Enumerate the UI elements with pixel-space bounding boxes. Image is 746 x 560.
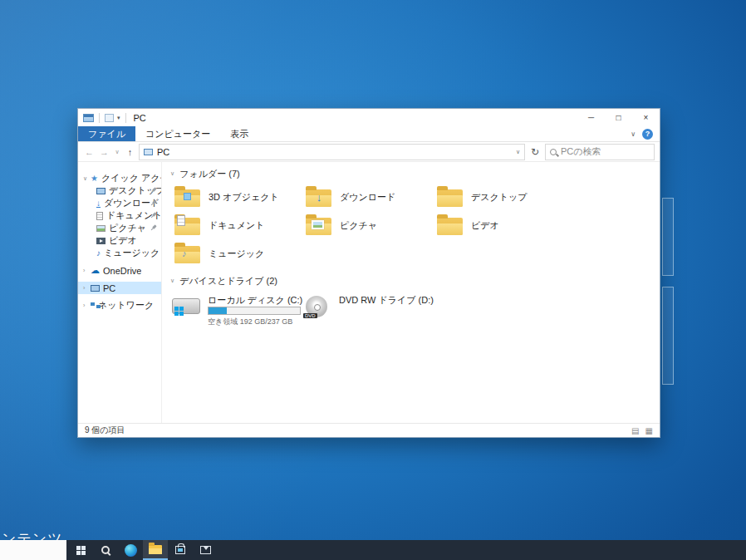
chevron-right-icon[interactable]: › [83, 285, 91, 291]
folder-item-3d-objects[interactable]: 3D オブジェクト [172, 184, 303, 209]
window-system-icon[interactable] [83, 114, 94, 122]
sidebar-item-music[interactable]: ♪ ミュージック [78, 247, 161, 259]
quick-access-toolbar: ▾ PC [83, 113, 146, 123]
drive-item-dvd[interactable]: DVD DVD RW ドライブ (D:) [303, 294, 434, 327]
pc-icon [144, 149, 153, 155]
sidebar-item-pc[interactable]: › PC [78, 282, 161, 294]
ribbon-tabs: ファイル コンピューター 表示 ∨ ? [78, 126, 660, 142]
pictures-icon [96, 225, 106, 232]
folders-group-title: フォルダー (7) [179, 168, 240, 180]
mail-button[interactable] [193, 540, 218, 560]
close-button[interactable]: × [632, 109, 660, 126]
store-button[interactable] [168, 540, 193, 560]
status-bar: 9 個の項目 ▤ ▦ [78, 423, 660, 437]
qat-properties-icon[interactable] [105, 114, 114, 122]
pc-icon [91, 285, 100, 292]
divider [99, 113, 100, 123]
chevron-right-icon[interactable]: › [83, 268, 91, 273]
address-bar[interactable]: PC ∨ [139, 144, 525, 160]
titlebar: ▾ PC ─ □ × [78, 109, 660, 126]
sidebar-item-network[interactable]: › ネットワーク [78, 299, 161, 312]
downloads-icon: ↓ [96, 199, 101, 208]
forward-button[interactable]: → [98, 147, 110, 157]
devices-group-header[interactable]: ∨ デバイスとドライブ (2) [170, 274, 660, 287]
dvd-badge: DVD [303, 313, 317, 318]
tab-view[interactable]: 表示 [220, 126, 258, 141]
refresh-button[interactable]: ↻ [528, 146, 542, 158]
chevron-down-icon[interactable]: ∨ [170, 278, 174, 284]
folder-icon: ♪ [174, 243, 202, 264]
search-icon [101, 546, 110, 554]
file-explorer-button[interactable] [143, 540, 168, 560]
up-button[interactable]: ↑ [124, 147, 136, 157]
large-icons-view-icon[interactable]: ▦ [645, 426, 653, 435]
folders-group-header[interactable]: ∨ フォルダー (7) [170, 167, 660, 180]
chevron-down-icon[interactable]: ∨ [83, 175, 91, 182]
maximize-button[interactable]: □ [605, 109, 632, 126]
folder-icon [174, 214, 202, 236]
pin-icon [148, 223, 159, 233]
file-list-area: ∨ フォルダー (7) 3D オブジェクト ↓ ダウンロード デスクトップ [162, 162, 660, 425]
sidebar-item-quick-access[interactable]: ∨ ★ クイック アクセス [78, 172, 161, 184]
windows-logo-icon [76, 546, 86, 555]
sidebar-item-pictures[interactable]: ピクチャ [78, 222, 161, 234]
folder-item-pictures[interactable]: ピクチャ [303, 213, 434, 238]
folder-item-desktop[interactable]: デスクトップ [434, 184, 566, 209]
sidebar-item-downloads[interactable]: ↓ ダウンロード [78, 197, 161, 209]
folder-icon [436, 186, 464, 208]
folder-item-music[interactable]: ♪ ミュージック [172, 241, 303, 266]
file-explorer-icon [149, 545, 162, 554]
sidebar-item-onedrive[interactable]: › ☁ OneDrive [78, 264, 161, 277]
help-icon[interactable]: ? [642, 129, 653, 140]
address-row: ← → ∨ ↑ PC ∨ ↻ PCの検索 [78, 142, 660, 162]
sidebar-item-videos[interactable]: ビデオ [78, 234, 161, 247]
divider [125, 113, 126, 123]
breadcrumb[interactable]: PC [157, 147, 169, 157]
tab-file[interactable]: ファイル [78, 126, 135, 141]
chevron-down-icon[interactable]: ∨ [170, 170, 174, 177]
disk-usage-fill [209, 307, 227, 314]
desktop-corner-panel [0, 540, 66, 560]
main-area: ∨ ★ クイック アクセス デスクトップ ↓ ダウンロード ドキュメント [78, 162, 660, 425]
mail-icon [200, 546, 211, 554]
search-placeholder: PCの検索 [561, 145, 601, 158]
ribbon-expand-caret[interactable]: ∨ [631, 130, 636, 138]
items-count: 9 個の項目 [85, 425, 125, 436]
drive-item-c[interactable]: ローカル ディスク (C:) 空き領域 192 GB/237 GB [172, 294, 303, 327]
address-dropdown-caret[interactable]: ∨ [516, 149, 520, 155]
sidebar-item-desktop[interactable]: デスクトップ [78, 184, 161, 197]
disk-usage-bar [208, 307, 301, 315]
search-button[interactable] [93, 540, 118, 560]
sidebar-item-documents[interactable]: ドキュメント [78, 209, 161, 222]
dvd-disc-icon: DVD [303, 294, 333, 319]
details-view-icon[interactable]: ▤ [631, 426, 639, 435]
music-icon: ♪ [96, 248, 101, 258]
back-button[interactable]: ← [83, 147, 96, 157]
store-icon [175, 546, 185, 554]
chevron-right-icon[interactable]: › [83, 302, 91, 308]
network-icon [91, 302, 95, 306]
hard-disk-icon [172, 294, 202, 319]
onedrive-cloud-icon: ☁ [91, 265, 100, 276]
edge-icon [125, 544, 137, 557]
minimize-button[interactable]: ─ [577, 109, 605, 126]
folder-item-videos[interactable]: ビデオ [434, 213, 566, 238]
taskbar [66, 540, 746, 560]
folder-item-downloads[interactable]: ↓ ダウンロード [303, 184, 434, 209]
background-window-edge [662, 198, 674, 276]
drive-name: ローカル ディスク (C:) [208, 295, 302, 305]
start-button[interactable] [68, 540, 93, 560]
folder-item-documents[interactable]: ドキュメント [172, 213, 303, 238]
edge-button[interactable] [118, 540, 143, 560]
recent-locations-caret[interactable]: ∨ [113, 149, 121, 155]
documents-icon [96, 212, 103, 220]
tab-computer[interactable]: コンピューター [135, 126, 220, 141]
drive-name: DVD RW ドライブ (D:) [339, 295, 434, 305]
folders-grid: 3D オブジェクト ↓ ダウンロード デスクトップ ドキュメント [172, 184, 660, 266]
explorer-window: ▾ PC ─ □ × ファイル コンピューター 表示 ∨ ? ← → ∨ ↑ [77, 108, 660, 438]
search-box[interactable]: PCの検索 [545, 144, 655, 160]
folder-icon [174, 186, 202, 208]
navigation-pane: ∨ ★ クイック アクセス デスクトップ ↓ ダウンロード ドキュメント [78, 162, 162, 425]
drives-grid: ローカル ディスク (C:) 空き領域 192 GB/237 GB DVD [172, 294, 660, 327]
qat-customize-caret[interactable]: ▾ [117, 115, 120, 121]
